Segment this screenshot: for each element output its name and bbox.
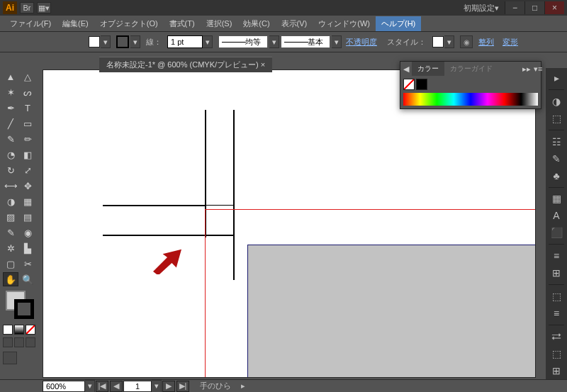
style-dropdown-icon[interactable]: ▾ (444, 35, 454, 48)
transform-panel-icon[interactable]: ⬚ (549, 347, 564, 360)
shape-builder-tool-icon[interactable]: ◑ (3, 194, 18, 208)
lasso-tool-icon[interactable]: ᔕ (20, 85, 35, 99)
draw-normal-icon[interactable] (3, 337, 13, 347)
rotate-tool-icon[interactable]: ↻ (3, 163, 18, 177)
fill-swatch[interactable] (89, 36, 100, 47)
eyedropper-tool-icon[interactable]: ✎ (3, 225, 18, 240)
screen-mode-icon[interactable] (3, 352, 17, 364)
color-panel[interactable]: ◀ カラー カラーガイド ▸▸ ▾≡ (400, 61, 541, 109)
status-dropdown-icon[interactable]: ▸ (241, 381, 245, 391)
menu-view[interactable]: 表示(V) (276, 16, 313, 31)
menu-type[interactable]: 書式(T) (164, 16, 201, 31)
align-link[interactable]: 整列 (474, 37, 498, 47)
brush-dropdown-icon[interactable]: ▾ (332, 35, 342, 48)
panel-double-arrow-icon[interactable]: ▸▸ (520, 65, 534, 74)
prev-artboard-button[interactable]: ◀ (110, 381, 123, 392)
close-button[interactable]: × (544, 1, 564, 14)
arrange-documents-icon[interactable]: ▦▾ (37, 2, 51, 13)
brush-definition[interactable]: 基本 (281, 35, 330, 48)
canvas[interactable] (43, 69, 536, 378)
mesh-tool-icon[interactable]: ▨ (3, 210, 18, 224)
transparency-panel-icon[interactable]: ⬛ (549, 226, 564, 239)
stroke-weight-input[interactable]: 1 pt (167, 35, 203, 48)
none-mode-icon[interactable] (26, 325, 35, 335)
maximize-button[interactable]: □ (524, 1, 544, 14)
color-guide-panel-icon[interactable]: ⬚ (549, 112, 564, 125)
panel-menu-icon[interactable]: ▾≡ (534, 65, 541, 74)
stroke-dropdown-icon[interactable]: ▾ (130, 35, 140, 48)
menu-window[interactable]: ウィンドウ(W) (313, 16, 376, 31)
width-profile-dropdown-icon[interactable]: ▾ (269, 35, 279, 48)
paintbrush-tool-icon[interactable]: ✎ (3, 132, 18, 146)
vertical-scrollbar[interactable] (536, 68, 546, 379)
graphic-styles-panel-icon[interactable]: ⊞ (549, 267, 564, 279)
color-guide-tab[interactable]: カラーガイド (444, 62, 498, 76)
symbol-sprayer-tool-icon[interactable]: ✲ (3, 241, 18, 255)
minimize-button[interactable]: − (505, 1, 524, 14)
brushes-panel-icon[interactable]: ✎ (549, 152, 564, 165)
selected-object[interactable] (247, 245, 535, 377)
pencil-tool-icon[interactable]: ✏ (20, 132, 35, 146)
direct-selection-tool-icon[interactable]: △ (20, 69, 35, 84)
hand-tool-icon[interactable]: ✋ (3, 272, 18, 286)
artboard-tool-icon[interactable]: ▢ (3, 257, 18, 271)
draw-behind-icon[interactable] (14, 337, 24, 347)
blob-brush-tool-icon[interactable]: ◔ (3, 147, 18, 162)
stroke-swatch[interactable] (116, 35, 129, 48)
menu-help[interactable]: ヘルプ(H) (376, 16, 421, 31)
stroke-panel-icon[interactable]: ▦ (549, 192, 564, 205)
artboard-dropdown-icon[interactable]: ▾ (152, 380, 162, 393)
menu-file[interactable]: ファイル(F) (4, 16, 57, 31)
color-mode-icon[interactable] (3, 325, 13, 335)
gradient-mode-icon[interactable] (14, 325, 24, 335)
type-tool-icon[interactable]: T (20, 101, 35, 115)
next-artboard-button[interactable]: ▶ (162, 381, 175, 392)
swatches-panel-icon[interactable]: ☷ (549, 135, 564, 148)
symbols-panel-icon[interactable]: ♣ (549, 169, 564, 182)
stroke-color-indicator[interactable] (14, 299, 34, 319)
free-transform-tool-icon[interactable]: ✥ (20, 179, 35, 193)
pathfinder-panel-icon[interactable]: ⊞ (549, 364, 564, 377)
line-tool-icon[interactable]: ╱ (3, 116, 18, 130)
stroke-weight-stepper-icon[interactable]: ▾ (203, 35, 213, 48)
scale-tool-icon[interactable]: ⤢ (20, 163, 35, 177)
gradient-panel-icon[interactable]: A (549, 209, 564, 222)
zoom-input[interactable]: 600% (43, 381, 85, 392)
color-panel-tab[interactable]: カラー (412, 62, 444, 76)
last-artboard-button[interactable]: ▶| (176, 381, 189, 392)
bridge-icon[interactable]: Br (20, 2, 34, 13)
eraser-tool-icon[interactable]: ◧ (20, 147, 35, 162)
transform-link[interactable]: 変形 (498, 37, 522, 47)
align-panel-icon[interactable]: ⮂ (549, 330, 564, 343)
workspace-switcher[interactable]: 初期設定 ▾ (458, 2, 505, 13)
zoom-tool-icon[interactable]: 🔍 (20, 272, 35, 286)
color-none-swatch[interactable] (403, 79, 415, 90)
menu-effect[interactable]: 効果(C) (237, 16, 275, 31)
expand-dock-icon[interactable]: ▸ (549, 72, 564, 84)
color-black-swatch[interactable] (416, 79, 427, 90)
recolor-artwork-icon[interactable]: ◉ (460, 35, 473, 48)
perspective-grid-tool-icon[interactable]: ▦ (20, 194, 35, 208)
blend-tool-icon[interactable]: ◉ (20, 225, 35, 240)
artboard-number-input[interactable]: 1 (123, 381, 152, 392)
menu-select[interactable]: 選択(S) (201, 16, 238, 31)
appearance-panel-icon[interactable]: ≡ (549, 250, 564, 262)
menu-object[interactable]: オブジェクト(O) (94, 16, 164, 31)
artboards-panel-icon[interactable]: ≡ (549, 307, 564, 320)
panel-collapse-icon[interactable]: ◀ (400, 65, 412, 74)
first-artboard-button[interactable]: |◀ (96, 381, 108, 392)
document-tab[interactable]: 名称未設定-1* @ 600% (CMYK/プレビュー) × (99, 57, 272, 72)
menu-edit[interactable]: 編集(E) (57, 16, 94, 31)
draw-inside-icon[interactable] (26, 337, 35, 347)
color-spectrum[interactable] (403, 93, 538, 106)
magic-wand-tool-icon[interactable]: ✶ (3, 85, 18, 99)
fill-dropdown-icon[interactable]: ▾ (101, 35, 111, 48)
rectangle-tool-icon[interactable]: ▭ (20, 116, 35, 130)
layers-panel-icon[interactable]: ⬚ (549, 290, 564, 303)
graphic-style-swatch[interactable] (432, 36, 444, 47)
fill-stroke-indicator[interactable] (3, 291, 34, 322)
slice-tool-icon[interactable]: ✂ (20, 257, 35, 271)
opacity-link[interactable]: 不透明度 (342, 37, 381, 47)
graph-tool-icon[interactable]: ▙ (20, 241, 35, 255)
selection-tool-icon[interactable]: ▲ (3, 69, 18, 84)
